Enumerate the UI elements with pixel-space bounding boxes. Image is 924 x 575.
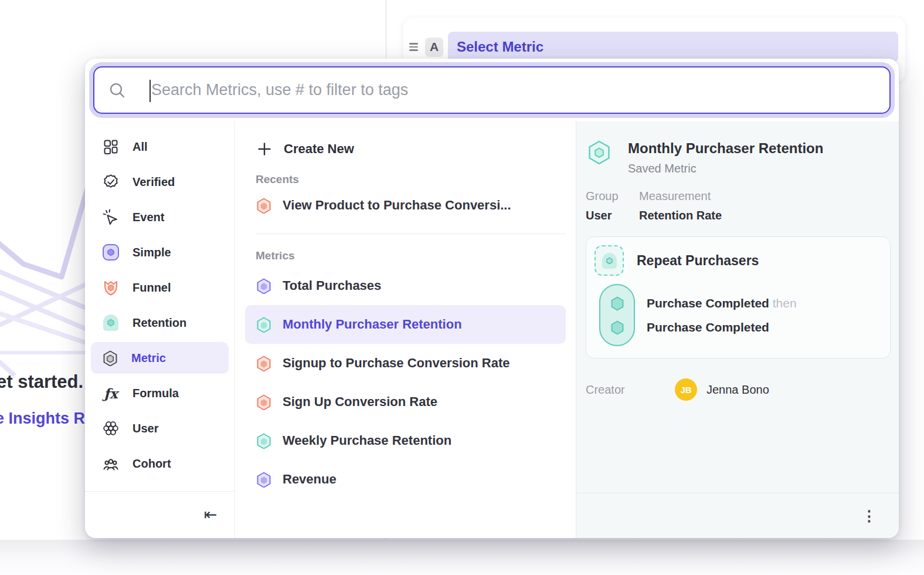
metric-item-label: Sign Up Conversion Rate — [283, 394, 437, 410]
category-sidebar: All Verified — [85, 121, 235, 538]
metric-hexagon-icon — [256, 278, 272, 294]
sidebar-footer: ⇤ — [85, 491, 235, 538]
sidebar-item-metric[interactable]: Metric — [91, 342, 229, 374]
background-link-fragment[interactable]: e Insights Re — [0, 410, 94, 428]
screen: et started. e Insights Re A Select Metri… — [0, 0, 924, 575]
definition-card: Repeat Purchasers — [586, 236, 891, 358]
group-label: Group — [586, 190, 639, 203]
page-bottom-strip — [0, 540, 924, 575]
create-new-button[interactable]: Create New — [256, 133, 566, 165]
metric-item-weekly-purchase-retention[interactable]: Weekly Purchase Retention — [245, 421, 566, 460]
sidebar-item-user[interactable]: User — [91, 412, 229, 444]
retention-metric-hexagon-icon — [256, 432, 272, 449]
metric-item-total-purchases[interactable]: Total Purchases — [245, 266, 566, 305]
sidebar-item-label: Metric — [131, 351, 166, 365]
recents-heading: Recents — [256, 173, 566, 186]
recent-item[interactable]: View Product to Purchase Conversi... — [245, 186, 566, 225]
text-caret — [150, 80, 151, 102]
formula-fx-icon: ƒx — [102, 384, 120, 402]
metric-item-label: Total Purchases — [283, 278, 381, 293]
search-icon — [108, 82, 126, 99]
creator-row: Creator JB Jenna Bono — [586, 378, 891, 401]
funnel-metric-hexagon-icon — [256, 355, 272, 371]
step-hexagon-icon — [610, 320, 625, 335]
search-input[interactable] — [94, 67, 889, 113]
sidebar-item-label: Simple — [133, 246, 171, 259]
step-2: Purchase Completed — [647, 319, 797, 335]
plus-icon — [256, 140, 273, 158]
step-sequence-pill — [599, 284, 635, 346]
metric-item-monthly-purchaser-retention[interactable]: Monthly Purchaser Retention — [245, 305, 566, 344]
funnel-metric-hexagon-icon — [256, 197, 272, 214]
sidebar-item-label: Funnel — [133, 281, 171, 295]
avatar: JB — [675, 378, 697, 401]
funnel-icon — [102, 279, 120, 296]
group-value: User — [586, 209, 639, 222]
sidebar-item-simple[interactable]: Simple — [91, 236, 229, 268]
step-hexagon-icon — [610, 296, 625, 311]
metric-list: Create New Recents View Product to Purch… — [235, 121, 576, 538]
step-1: Purchase Completed then — [647, 295, 797, 311]
sidebar-item-label: All — [133, 140, 148, 154]
background-headline-fragment: et started. — [0, 371, 83, 393]
sidebar-item-label: Formula — [133, 387, 179, 400]
then-connector: then — [769, 296, 797, 310]
recent-item-label: View Product to Purchase Conversi... — [283, 198, 511, 213]
verified-badge-icon — [102, 173, 120, 191]
metric-hexagon-icon — [256, 471, 272, 488]
metric-item-signup-to-purchase[interactable]: Signup to Purchase Conversion Rate — [245, 344, 566, 383]
simple-metric-icon — [102, 243, 120, 261]
list-divider — [256, 234, 566, 234]
metric-item-sign-up-conversion[interactable]: Sign Up Conversion Rate — [245, 383, 566, 421]
sidebar-item-cohort[interactable]: Cohort — [91, 448, 229, 479]
metric-picker-modal: All Verified — [85, 59, 899, 538]
sidebar-item-verified[interactable]: Verified — [91, 166, 229, 198]
retention-definition-icon — [595, 245, 624, 276]
creator-name: Jenna Bono — [706, 383, 769, 397]
details-subtitle: Saved Metric — [628, 162, 823, 175]
collapse-left-icon[interactable]: ⇤ — [203, 507, 217, 523]
metric-item-label: Weekly Purchase Retention — [283, 433, 451, 448]
measurement-label: Measurement — [639, 190, 722, 203]
cohort-people-icon — [102, 455, 120, 472]
sidebar-item-funnel[interactable]: Funnel — [91, 272, 229, 303]
search-field[interactable] — [93, 66, 891, 114]
metric-item-label: Monthly Purchaser Retention — [283, 317, 462, 332]
drag-handle-icon[interactable] — [407, 39, 420, 55]
sidebar-item-formula[interactable]: ƒx Formula — [91, 377, 229, 409]
details-footer: ⋮ — [576, 493, 899, 538]
sidebar-item-label: Event — [133, 211, 164, 224]
funnel-metric-hexagon-icon — [256, 394, 272, 410]
sidebar-item-all[interactable]: All — [91, 131, 229, 163]
definition-name: Repeat Purchasers — [637, 253, 759, 269]
sidebar-item-label: Retention — [133, 316, 186, 330]
sidebar-item-event[interactable]: Event — [91, 201, 229, 233]
sidebar-item-label: Cohort — [133, 457, 171, 471]
creator-label: Creator — [586, 383, 675, 397]
kebab-menu-icon[interactable]: ⋮ — [862, 509, 877, 523]
sidebar-item-label: User — [133, 422, 158, 435]
metric-item-revenue[interactable]: Revenue — [245, 460, 566, 499]
metric-item-label: Signup to Purchase Conversion Rate — [283, 356, 510, 371]
metric-item-label: Revenue — [283, 472, 337, 487]
user-cluster-icon — [102, 420, 120, 437]
metric-hexagon-icon — [102, 350, 118, 366]
saved-metric-hexagon-icon — [586, 139, 613, 175]
select-metric-field[interactable]: Select Metric — [448, 32, 898, 62]
grid-icon — [102, 138, 120, 155]
series-letter-badge: A — [425, 38, 443, 57]
retention-metric-hexagon-icon — [256, 316, 272, 333]
measurement-value: Retention Rate — [639, 209, 722, 222]
metric-details-panel: Monthly Purchaser Retention Saved Metric… — [576, 121, 899, 538]
retention-arch-icon — [102, 314, 120, 332]
sidebar-item-label: Verified — [133, 175, 175, 189]
cursor-sparkle-icon — [102, 208, 120, 226]
search-area — [85, 59, 899, 121]
create-new-label: Create New — [284, 141, 354, 157]
sidebar-item-retention[interactable]: Retention — [91, 307, 229, 339]
metrics-heading: Metrics — [256, 249, 566, 262]
details-title: Monthly Purchaser Retention — [628, 139, 823, 157]
